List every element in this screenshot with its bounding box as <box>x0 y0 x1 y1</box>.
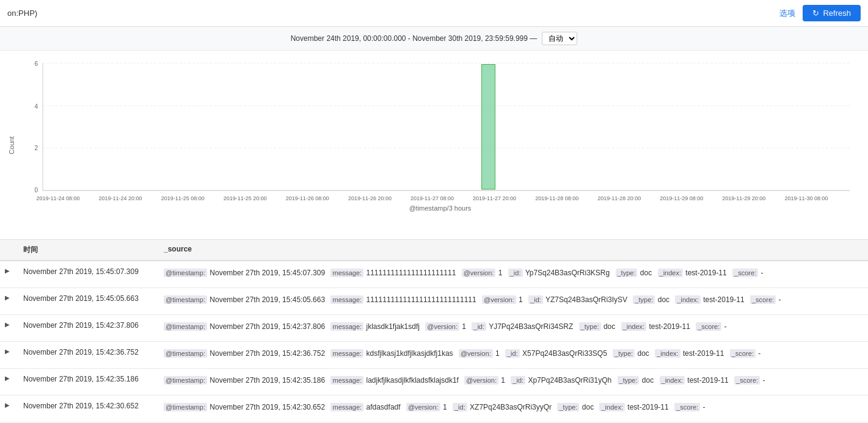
col-header-expand <box>0 245 18 255</box>
timestamp-5: November 27th 2019, 15:42:35.186 <box>18 375 159 383</box>
source-5: @timestamp: November 27th 2019, 15:42:35… <box>159 375 868 386</box>
chart-x-label: @timestamp/3 hours <box>24 204 856 212</box>
svg-text:2: 2 <box>34 145 38 151</box>
svg-text:6: 6 <box>34 60 38 67</box>
date-range-bar: November 24th 2019, 00:00:00.000 - Novem… <box>0 27 868 51</box>
table-area: 时间 _source ▶ November 27th 2019, 15:45:0… <box>0 240 868 422</box>
expand-arrow-2[interactable]: ▶ <box>0 294 18 301</box>
top-bar: on:PHP) 选项 ↻ Refresh <box>0 0 868 27</box>
source-3: @timestamp: November 27th 2019, 15:42:37… <box>159 321 868 333</box>
chart-svg: 0 2 4 6 2019-11-24 08:00 2019-11-24 20:0… <box>24 57 856 203</box>
table-row: ▶ November 27th 2019, 15:45:07.309 @time… <box>0 261 868 288</box>
page-title: on:PHP) <box>7 9 37 18</box>
table-header: 时间 _source <box>0 240 868 261</box>
svg-text:2019-11-24 08:00: 2019-11-24 08:00 <box>37 195 80 201</box>
svg-text:2019-11-27 20:00: 2019-11-27 20:00 <box>473 195 516 201</box>
col-header-time: 时间 <box>18 245 159 255</box>
chart-area: Count 0 2 4 6 2019-11-24 08:00 2019-11-2… <box>0 51 868 240</box>
table-row: ▶ November 27th 2019, 15:42:37.806 @time… <box>0 315 868 342</box>
svg-text:2019-11-30 08:00: 2019-11-30 08:00 <box>784 195 828 201</box>
svg-text:2019-11-26 08:00: 2019-11-26 08:00 <box>286 195 329 201</box>
source-6: @timestamp: November 27th 2019, 15:42:30… <box>159 402 868 413</box>
svg-text:2019-11-24 20:00: 2019-11-24 20:00 <box>99 195 142 201</box>
expand-arrow-6[interactable]: ▶ <box>0 402 18 408</box>
svg-text:2019-11-29 08:00: 2019-11-29 08:00 <box>660 195 703 201</box>
timestamp-4: November 27th 2019, 15:42:36.752 <box>18 348 159 356</box>
table-row: ▶ November 27th 2019, 15:42:30.652 @time… <box>0 396 868 422</box>
timestamp-6: November 27th 2019, 15:42:30.652 <box>18 402 159 410</box>
svg-text:2019-11-28 20:00: 2019-11-28 20:00 <box>597 195 641 201</box>
svg-text:2019-11-29 20:00: 2019-11-29 20:00 <box>722 195 765 201</box>
timestamp-2: November 27th 2019, 15:45:05.663 <box>18 294 159 303</box>
svg-text:4: 4 <box>34 103 38 109</box>
svg-text:2019-11-27 08:00: 2019-11-27 08:00 <box>410 195 454 201</box>
auto-select-container: 自动 手动 <box>542 32 577 45</box>
refresh-icon: ↻ <box>812 9 819 18</box>
timestamp-3: November 27th 2019, 15:42:37.806 <box>18 321 159 330</box>
refresh-label: Refresh <box>823 9 851 18</box>
svg-text:2019-11-25 20:00: 2019-11-25 20:00 <box>224 195 267 201</box>
refresh-button[interactable]: ↻ Refresh <box>803 5 861 21</box>
expand-arrow-4[interactable]: ▶ <box>0 348 18 355</box>
date-range-text: November 24th 2019, 00:00:00.000 - Novem… <box>291 34 538 43</box>
timestamp-1: November 27th 2019, 15:45:07.309 <box>18 267 159 276</box>
svg-text:2019-11-28 08:00: 2019-11-28 08:00 <box>535 195 578 201</box>
interval-select[interactable]: 自动 手动 <box>542 32 577 45</box>
expand-arrow-1[interactable]: ▶ <box>0 267 18 274</box>
source-4: @timestamp: November 27th 2019, 15:42:36… <box>159 348 868 360</box>
table-row: ▶ November 27th 2019, 15:45:05.663 @time… <box>0 288 868 315</box>
svg-text:2019-11-25 08:00: 2019-11-25 08:00 <box>161 195 205 201</box>
svg-text:0: 0 <box>34 187 38 193</box>
svg-text:2019-11-26 20:00: 2019-11-26 20:00 <box>348 195 392 201</box>
col-header-source: _source <box>159 245 868 255</box>
table-row: ▶ November 27th 2019, 15:42:35.186 @time… <box>0 369 868 396</box>
table-row: ▶ November 27th 2019, 15:42:36.752 @time… <box>0 342 868 369</box>
source-2: @timestamp: November 27th 2019, 15:45:05… <box>159 294 868 306</box>
expand-arrow-3[interactable]: ▶ <box>0 321 18 328</box>
chart-y-label: Count <box>8 136 15 154</box>
expand-arrow-5[interactable]: ▶ <box>0 375 18 381</box>
top-bar-actions: 选项 ↻ Refresh <box>779 5 861 21</box>
chart-bar <box>482 65 495 190</box>
options-link[interactable]: 选项 <box>779 8 795 19</box>
source-1: @timestamp: November 27th 2019, 15:45:07… <box>159 267 868 279</box>
